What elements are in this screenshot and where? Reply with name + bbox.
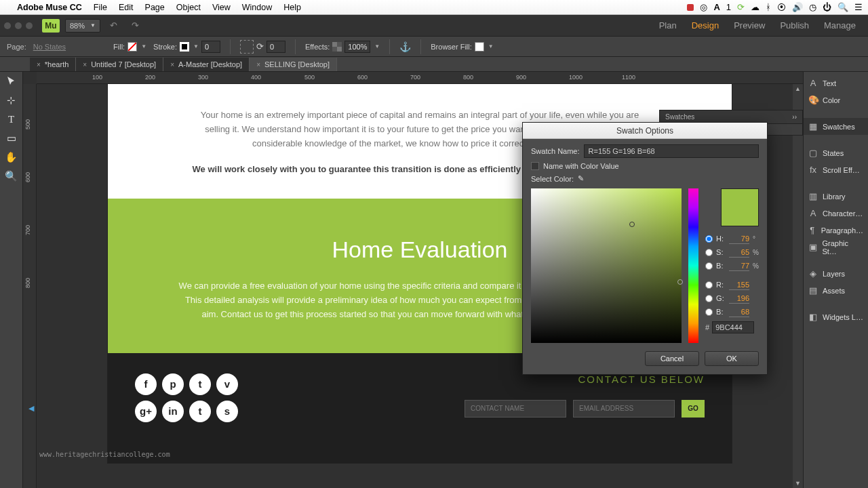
s-radio[interactable] bbox=[705, 249, 713, 256]
window-controls[interactable] bbox=[4, 22, 33, 29]
anchor-icon[interactable]: ⚓ bbox=[399, 41, 411, 52]
rp-library[interactable]: ▥Library bbox=[804, 188, 868, 205]
b-radio[interactable] bbox=[705, 262, 713, 270]
sync-icon[interactable]: ⟳ bbox=[737, 2, 745, 12]
expand-icon[interactable]: ›› bbox=[792, 113, 797, 121]
ok-button[interactable]: OK bbox=[705, 351, 759, 366]
transform-icon[interactable] bbox=[240, 40, 254, 54]
rp-scroll-eff-[interactable]: fxScroll Eff… bbox=[804, 161, 868, 178]
menu-view[interactable]: View bbox=[212, 3, 231, 12]
tab-untitled[interactable]: ×Untitled 7 [Desktop] bbox=[76, 58, 163, 71]
rp-widgets-l-[interactable]: ◧Widgets L… bbox=[804, 308, 868, 325]
r-radio[interactable] bbox=[705, 281, 713, 289]
crop-tool[interactable]: ⊹ bbox=[3, 92, 20, 108]
skype-icon[interactable]: s bbox=[216, 401, 238, 422]
menu-file[interactable]: File bbox=[94, 3, 107, 12]
bluetooth-icon[interactable]: ᚼ bbox=[766, 2, 771, 12]
tumblr-icon[interactable]: t bbox=[189, 401, 211, 422]
tab-hearth[interactable]: ×*hearth bbox=[30, 58, 76, 71]
ws-plan[interactable]: Plan bbox=[659, 20, 677, 30]
cc-icon[interactable]: ◎ bbox=[700, 2, 707, 12]
gplus-icon[interactable]: g+ bbox=[135, 401, 157, 422]
g-radio[interactable] bbox=[705, 295, 713, 302]
browserfill-swatch[interactable] bbox=[475, 42, 484, 52]
effects-swatch[interactable] bbox=[332, 42, 342, 52]
bc-input[interactable] bbox=[729, 306, 749, 317]
rp-text[interactable]: AText bbox=[804, 75, 868, 92]
menu-help[interactable]: Help bbox=[283, 3, 301, 12]
cancel-button[interactable]: Cancel bbox=[645, 351, 699, 366]
vimeo-icon[interactable]: v bbox=[216, 373, 238, 395]
stroke-weight-input[interactable]: 0 bbox=[201, 41, 220, 53]
rectangle-tool[interactable]: ▭ bbox=[3, 130, 20, 146]
go-button[interactable]: GO bbox=[682, 400, 705, 418]
saturation-field[interactable] bbox=[531, 188, 682, 343]
hand-tool[interactable]: ✋ bbox=[3, 149, 20, 165]
hue-slider[interactable] bbox=[688, 188, 698, 343]
ws-manage[interactable]: Manage bbox=[824, 20, 856, 30]
switch-icon[interactable]: ⏻ bbox=[823, 2, 831, 12]
contact-name-input[interactable] bbox=[465, 400, 566, 418]
eyedropper-icon[interactable]: ✎ bbox=[578, 174, 584, 183]
bc-radio[interactable] bbox=[705, 308, 713, 316]
email-input[interactable] bbox=[573, 400, 675, 418]
zoom-dropdown[interactable]: 88%▼ bbox=[65, 19, 100, 33]
rp-paragraph-[interactable]: ¶Paragraph… bbox=[804, 222, 868, 239]
rp-swatches[interactable]: ▦Swatches bbox=[804, 118, 868, 135]
clock-icon[interactable]: ◷ bbox=[809, 2, 816, 12]
stroke-swatch[interactable] bbox=[180, 42, 189, 52]
zoom-tool[interactable]: 🔍 bbox=[3, 168, 20, 184]
cloud-icon[interactable]: ☁ bbox=[751, 2, 760, 12]
wifi-icon[interactable]: ⦿ bbox=[777, 2, 786, 12]
menu-object[interactable]: Object bbox=[176, 3, 201, 12]
redo-icon[interactable]: ↷ bbox=[127, 19, 144, 33]
menu-edit[interactable]: Edit bbox=[119, 3, 134, 12]
ws-publish[interactable]: Publish bbox=[780, 20, 809, 30]
h-radio[interactable] bbox=[705, 235, 713, 243]
text-tool[interactable]: T bbox=[3, 111, 20, 127]
twitter-icon[interactable]: t bbox=[189, 373, 211, 395]
ws-preview[interactable]: Preview bbox=[734, 20, 765, 30]
tab-selling[interactable]: ×SELLING [Desktop] bbox=[250, 58, 337, 71]
linkedin-icon[interactable]: in bbox=[162, 401, 184, 422]
rp-layers[interactable]: ◈Layers bbox=[804, 265, 868, 282]
dialog-title[interactable]: Swatch Options bbox=[523, 123, 767, 139]
search-icon[interactable]: 🔍 bbox=[837, 2, 848, 12]
selection-tool[interactable] bbox=[3, 73, 20, 89]
rotate-input[interactable]: 0 bbox=[267, 41, 285, 53]
rp-states[interactable]: ▢States bbox=[804, 144, 868, 161]
app-name[interactable]: Adobe Muse CC bbox=[17, 3, 82, 12]
menu-page[interactable]: Page bbox=[145, 3, 165, 12]
rp-character-[interactable]: ACharacter… bbox=[804, 205, 868, 222]
menu-window[interactable]: Window bbox=[242, 3, 272, 12]
g-input[interactable] bbox=[729, 293, 749, 304]
hex-input[interactable] bbox=[712, 321, 754, 333]
browserfill-label: Browser Fill: bbox=[431, 43, 472, 51]
h-input[interactable] bbox=[729, 233, 749, 244]
s-input[interactable] bbox=[729, 247, 749, 258]
volume-icon[interactable]: 🔊 bbox=[792, 2, 803, 12]
center-canvas: 100 200 300 400 500 600 700 800 900 1000… bbox=[23, 72, 803, 488]
opacity-input[interactable]: 100% bbox=[344, 41, 370, 53]
rp-assets[interactable]: ▤Assets bbox=[804, 282, 868, 299]
menu-icon[interactable]: ☰ bbox=[854, 2, 863, 12]
undo-icon[interactable]: ↶ bbox=[106, 19, 122, 33]
fill-swatch[interactable] bbox=[127, 42, 137, 52]
b-input[interactable] bbox=[729, 260, 749, 271]
scroll-up-icon[interactable]: ▲ bbox=[793, 84, 803, 94]
rp-graphic-st-[interactable]: ▣Graphic St… bbox=[804, 239, 868, 256]
record-icon[interactable] bbox=[687, 4, 694, 11]
guide-marker[interactable]: ◀ bbox=[28, 404, 34, 413]
name-with-color-checkbox[interactable] bbox=[531, 162, 539, 170]
swatch-name-input[interactable] bbox=[584, 144, 759, 158]
r-input[interactable] bbox=[729, 279, 749, 290]
ws-design[interactable]: Design bbox=[692, 20, 719, 30]
vertical-scrollbar[interactable]: ▲ ▼ bbox=[793, 84, 803, 488]
no-states-link[interactable]: No States bbox=[33, 43, 66, 51]
pinterest-icon[interactable]: p bbox=[162, 373, 184, 395]
adobe-a-icon[interactable]: A bbox=[713, 2, 719, 12]
scroll-down-icon[interactable]: ▼ bbox=[793, 479, 803, 488]
facebook-icon[interactable]: f bbox=[135, 373, 157, 395]
tab-amaster[interactable]: ×A-Master [Desktop] bbox=[163, 58, 250, 71]
rp-color[interactable]: 🎨Color bbox=[804, 92, 868, 108]
